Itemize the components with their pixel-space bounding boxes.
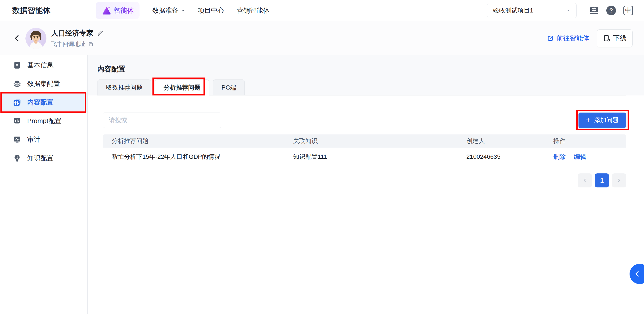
tab-panel: + 添加问题 分析推荐问题 关联知识 创建人 操作 帮忙分析下15年-22年人口… [88,96,644,314]
nav-item-marketing-agent-label: 营销智能体 [237,6,270,15]
caret-down-icon [566,8,570,13]
sidebar: 基本信息 数据集配置 [0,56,88,314]
primary-nav: 智能体 数据准备 项目中心 营销智能体 [96,2,270,19]
column-header-creator: 创建人 [458,137,544,145]
agent-gradient-triangle-icon [102,6,111,15]
search-input[interactable] [103,112,221,128]
sidebar-item-knowledge-config-label: 知识配置 [27,154,54,163]
copy-icon[interactable] [88,41,94,47]
sidebar-item-content-config-label: 内容配置 [27,98,54,107]
content-sliders-icon [13,98,22,107]
panel-toolbar: + 添加问题 [103,112,626,128]
help-icon[interactable]: ? [606,5,616,16]
help-glyph: ? [610,7,613,14]
topbar-right-group: 验收测试项目1 [487,3,634,18]
edit-link[interactable]: 编辑 [574,152,586,161]
tab-bar: 取数推荐问题 分析推荐问题 PC端 [97,80,626,96]
console-settings-icon[interactable] [589,5,599,16]
cell-actions: 删除 编辑 [544,152,626,161]
layers-icon [13,80,22,88]
tab-analysis-questions-label: 分析推荐问题 [164,84,200,92]
nav-item-data-prep-label: 数据准备 [152,6,178,15]
offline-button[interactable]: 下线 [597,29,632,47]
sidebar-item-dataset-config-label: 数据集配置 [27,79,60,88]
project-selector[interactable]: 验收测试项目1 [487,3,576,18]
nav-item-data-prep[interactable]: 数据准备 [152,6,185,15]
lightbulb-icon [13,154,22,163]
body: 基本信息 数据集配置 [0,56,644,314]
plus-icon: + [586,116,590,124]
cell-creator: 2100246635 [458,153,544,160]
tab-pc-label: PC端 [222,84,236,92]
tab-fetch-questions[interactable]: 取数推荐问题 [97,80,151,96]
agent-info: 人口经济专家 飞书回调地址 [51,28,104,48]
sidebar-item-prompt-config[interactable]: Prompt配置 [0,112,88,130]
header-actions: 前往智能体 下线 [547,29,632,47]
feishu-callback-label: 飞书回调地址 [51,40,86,48]
page-number-button[interactable]: 1 [595,174,609,188]
nav-item-project-center-label: 项目中心 [198,6,224,15]
project-selector-value: 验收测试项目1 [493,6,534,15]
agent-name: 人口经济专家 [51,28,93,38]
sidebar-item-audit[interactable]: 审计 [0,130,88,149]
sidebar-item-basic-info-label: 基本信息 [27,61,54,70]
top-navigation-bar: 数据智能体 智能体 [0,0,644,21]
board-chart-icon [13,117,22,126]
agent-avatar [26,28,46,49]
add-question-button[interactable]: + 添加问题 [578,112,626,128]
add-question-label: 添加问题 [594,116,618,124]
sidebar-item-audit-label: 审计 [27,135,40,144]
nav-item-project-center[interactable]: 项目中心 [198,6,224,15]
agent-header: 人口经济专家 飞书回调地址 [0,21,644,56]
back-button[interactable] [12,34,22,43]
tab-fetch-questions-label: 取数推荐问题 [106,84,142,92]
nav-item-agent[interactable]: 智能体 [96,2,140,19]
cell-question: 帮忙分析下15年-22年人口和GDP的情况 [103,152,284,161]
offline-label: 下线 [613,34,626,43]
sidebar-item-dataset-config[interactable]: 数据集配置 [0,74,88,93]
cell-knowledge: 知识配置111 [284,152,458,161]
main-content: 内容配置 取数推荐问题 分析推荐问题 PC端 [88,56,644,314]
nav-item-marketing-agent[interactable]: 营销智能体 [237,6,270,15]
pagination: 1 [103,174,626,188]
go-to-agent-label: 前往智能体 [556,34,590,43]
content-header: 内容配置 取数推荐问题 分析推荐问题 PC端 [88,56,644,96]
topbar-icon-group: ? 中 [589,5,634,16]
table-row: 帮忙分析下15年-22年人口和GDP的情况 知识配置111 2100246635… [103,148,626,166]
language-icon[interactable]: 中 [623,5,634,16]
external-link-icon [547,35,554,42]
edit-name-icon[interactable] [97,30,104,36]
delete-link[interactable]: 删除 [553,152,566,161]
tab-pc[interactable]: PC端 [213,80,245,96]
page-title: 内容配置 [97,64,626,74]
sidebar-item-prompt-config-label: Prompt配置 [27,116,62,126]
tab-analysis-questions[interactable]: 分析推荐问题 [155,80,209,96]
column-header-question: 分析推荐问题 [103,137,284,145]
sidebar-item-content-config[interactable]: 内容配置 [0,93,88,112]
questions-table: 分析推荐问题 关联知识 创建人 操作 帮忙分析下15年-22年人口和GDP的情况… [103,134,626,166]
monitor-pulse-icon [13,135,22,144]
sidebar-item-knowledge-config[interactable]: 知识配置 [0,149,88,168]
table-header-row: 分析推荐问题 关联知识 创建人 操作 [103,134,626,148]
nav-item-agent-label: 智能体 [114,6,134,15]
sidebar-item-basic-info[interactable]: 基本信息 [0,56,88,74]
column-header-actions: 操作 [544,137,626,145]
app-window: 数据智能体 智能体 [0,0,644,314]
offline-icon [603,34,610,42]
prev-page-button[interactable] [578,174,592,188]
column-header-knowledge: 关联知识 [284,137,458,145]
next-page-button[interactable] [612,174,626,188]
language-glyph: 中 [626,6,631,14]
caret-down-icon [181,8,185,12]
clipboard-icon [13,61,22,70]
app-logo: 数据智能体 [12,6,50,16]
go-to-agent-link[interactable]: 前往智能体 [547,34,590,43]
